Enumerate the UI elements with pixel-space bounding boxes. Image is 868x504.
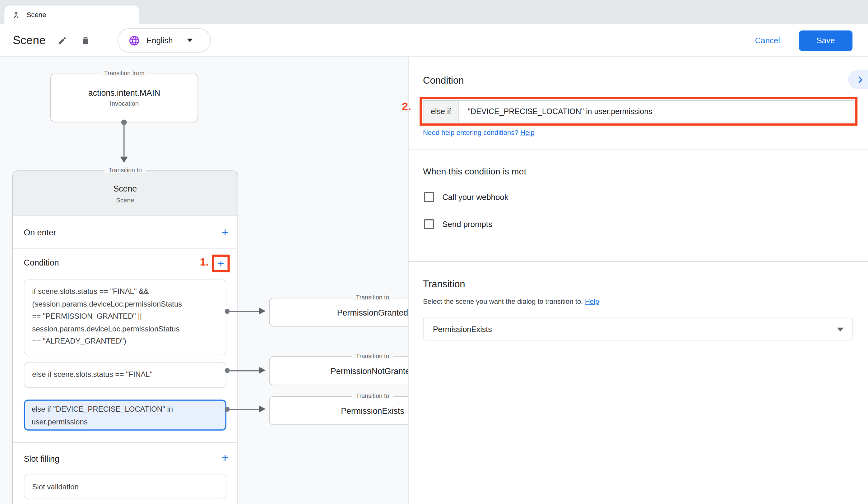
language-selector[interactable]: English xyxy=(117,28,211,53)
flow-node-scene: Transition to Scene Scene On enter + Con… xyxy=(12,170,238,504)
connector-dot xyxy=(121,119,127,125)
condition-card-2[interactable]: else if scene.slots.status == "FINAL" xyxy=(24,362,226,388)
header-actions: Cancel Save xyxy=(755,30,853,51)
slot-validation-card[interactable]: Slot validation xyxy=(24,474,226,499)
panel-transition-heading: Transition xyxy=(423,277,854,291)
collapse-panel-button[interactable] xyxy=(848,70,868,89)
connector-dot xyxy=(225,368,230,373)
transition-help-link[interactable]: Help xyxy=(585,298,599,306)
target-scene-name: PermissionGranted xyxy=(337,307,409,317)
transition-scene-value: PermissionExists xyxy=(433,325,492,333)
annotation-step-2: 2. xyxy=(402,100,411,113)
arrow-right-icon xyxy=(259,367,266,374)
tab-strip: Scene xyxy=(0,0,868,24)
help-prefix-text: Need help entering conditions? xyxy=(423,129,520,137)
send-prompts-checkbox[interactable] xyxy=(424,219,434,229)
call-webhook-option[interactable]: Call your webhook xyxy=(424,192,854,202)
else-if-chip: else if xyxy=(424,101,459,122)
trash-icon xyxy=(81,36,90,45)
transition-desc-text: Select the scene you want the dialog to … xyxy=(423,298,585,306)
add-on-enter-button[interactable]: + xyxy=(221,226,229,238)
save-button[interactable]: Save xyxy=(799,30,853,51)
send-prompts-option[interactable]: Send prompts xyxy=(424,219,854,229)
send-prompts-label: Send prompts xyxy=(442,220,492,229)
add-slot-button[interactable]: + xyxy=(221,451,229,464)
cancel-button[interactable]: Cancel xyxy=(755,36,780,45)
delete-scene-button[interactable] xyxy=(81,36,90,45)
connector-line xyxy=(230,409,260,410)
chevron-down-icon xyxy=(187,39,193,42)
connector-line xyxy=(123,125,125,156)
arrow-right-icon xyxy=(259,406,266,412)
transition-description: Select the scene you want the dialog to … xyxy=(423,298,854,306)
app-window: Scene Scene English Cancel Save xyxy=(0,0,868,504)
transition-to-legend: Transition to xyxy=(352,392,393,399)
invocation-type-label: Invocation xyxy=(51,100,198,107)
transition-to-legend: Transition to xyxy=(104,167,146,173)
merge-type-icon xyxy=(11,11,20,19)
condition-expression-input[interactable] xyxy=(459,101,854,122)
chevron-right-icon xyxy=(854,73,867,86)
condition-section-header: Condition 1. + xyxy=(13,249,238,276)
call-webhook-checkbox[interactable] xyxy=(424,192,434,202)
language-label: English xyxy=(146,36,173,45)
call-webhook-label: Call your webhook xyxy=(442,192,508,201)
transition-to-legend: Transition to xyxy=(352,294,393,300)
on-enter-section: On enter + xyxy=(13,215,238,249)
divider xyxy=(409,149,868,149)
condition-section-label: Condition xyxy=(24,258,59,267)
add-condition-button[interactable]: + xyxy=(218,258,224,269)
page-title: Scene xyxy=(13,34,46,47)
connector-line xyxy=(230,370,260,371)
transition-from-legend: Transition from xyxy=(100,70,148,76)
edit-scene-button[interactable] xyxy=(57,36,66,45)
target-scene-name: PermissionExists xyxy=(341,406,404,416)
condition-detail-panel: Condition 2. else if Need help entering … xyxy=(408,57,868,504)
target-scene-name: PermissionNotGranted xyxy=(331,366,415,375)
invocation-intent-name: actions.intent.MAIN xyxy=(51,74,198,98)
annotation-highlight-box-2: else if xyxy=(420,97,857,126)
annotation-highlight-box-1: + xyxy=(212,255,230,272)
pencil-icon xyxy=(57,36,66,45)
condition-help-line: Need help entering conditions? Help xyxy=(423,129,854,137)
tab-label: Scene xyxy=(27,11,46,19)
tab-scene[interactable]: Scene xyxy=(4,6,139,24)
connector-dot xyxy=(225,407,230,412)
condition-editor: 2. else if xyxy=(420,97,857,126)
globe-icon xyxy=(128,34,140,46)
connector-line xyxy=(230,311,260,312)
dropdown-caret-icon xyxy=(837,328,844,332)
annotation-step-1: 1. xyxy=(200,256,209,268)
on-enter-label: On enter xyxy=(24,228,56,237)
condition-card-3-selected[interactable]: else if "DEVICE_PRECISE_LOCATION" in use… xyxy=(24,400,226,431)
condition-help-link[interactable]: Help xyxy=(520,129,535,137)
transition-to-legend: Transition to xyxy=(352,353,393,359)
arrow-down-icon xyxy=(120,157,128,163)
scene-node-type-label: Scene xyxy=(13,197,238,204)
flow-node-invocation[interactable]: Transition from actions.intent.MAIN Invo… xyxy=(50,74,198,123)
scene-node-title: Scene xyxy=(13,171,238,193)
condition-card-1[interactable]: if scene.slots.status == "FINAL" && (ses… xyxy=(24,280,226,355)
slot-filling-label: Slot filling xyxy=(24,454,59,463)
header-bar: Scene English Cancel Save xyxy=(0,24,868,57)
arrow-right-icon xyxy=(259,308,266,314)
workspace: Transition from actions.intent.MAIN Invo… xyxy=(0,57,868,504)
transition-scene-select[interactable]: PermissionExists xyxy=(423,318,853,340)
slot-filling-section-header: Slot filling + xyxy=(13,442,238,462)
scene-node-header[interactable]: Scene Scene xyxy=(13,171,238,215)
panel-condition-heading: Condition xyxy=(423,74,854,88)
divider xyxy=(409,261,868,262)
when-met-heading: When this condition is met xyxy=(423,167,854,177)
connector-dot xyxy=(225,309,230,314)
